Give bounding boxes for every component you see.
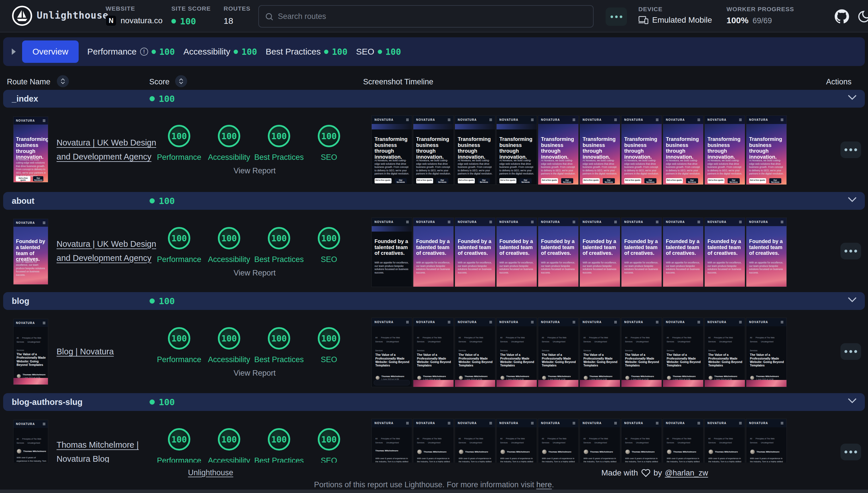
author-avatar xyxy=(542,376,546,380)
thumbnail-site-header: NOVATURA xyxy=(14,420,48,428)
thumbnail-post-title: The Value of a Professionally Made Websi… xyxy=(584,353,618,367)
nav-item: Uncategorised xyxy=(470,442,482,444)
route-row-blog[interactable]: blog100 xyxy=(3,292,865,310)
tab-overview[interactable]: Overview xyxy=(22,40,79,63)
dark-mode-moon-icon[interactable] xyxy=(857,10,868,23)
chevron-down-icon[interactable] xyxy=(848,398,857,405)
route-score-value: 100 xyxy=(159,296,175,306)
github-icon[interactable] xyxy=(835,9,849,23)
nav-item: All xyxy=(500,337,503,339)
timeline-thumbnail: NOVATURATransforming business through in… xyxy=(496,116,537,185)
thumbnail-post-title: The Value of a Professionally Made Websi… xyxy=(625,353,659,367)
nav-item: Services xyxy=(667,341,674,343)
metrics-block: 100Performance100Accessibility100Best Pr… xyxy=(154,125,355,175)
thumbnail-site-header: NOVATURA xyxy=(705,419,745,427)
thumbnail-site-header: NOVATURA xyxy=(455,419,495,427)
website-label: WEBSITE xyxy=(106,5,163,12)
thumbnail-paragraph: With an appetite for excellence, our tea… xyxy=(666,261,702,274)
timeline-thumbnail: NOVATURAAllPrinciples of The WebServices… xyxy=(413,318,453,387)
metric-seo: 100SEO xyxy=(304,428,354,465)
thumbnail-cta-secondary: Our Services xyxy=(395,178,407,184)
chevron-down-icon[interactable] xyxy=(848,94,857,101)
view-report-link[interactable]: View Report xyxy=(154,167,355,175)
thumbnail-nav-row: ServicesUncategorised xyxy=(17,341,46,343)
route-name: about xyxy=(12,196,150,206)
hamburger-menu-icon xyxy=(780,321,784,323)
nav-item: Principles of The Web xyxy=(506,437,525,440)
route-score: 100 xyxy=(150,196,175,206)
metric-score-ring: 100 xyxy=(218,125,240,147)
route-row-blog-authors-slug[interactable]: blog-authors-slug100 xyxy=(3,393,865,411)
author-avatar xyxy=(625,376,630,380)
route-actions-button[interactable] xyxy=(841,142,861,158)
route-detail-blog: NOVATURAAllPrinciples of The WebServices… xyxy=(0,310,868,393)
thumbnail-post-image xyxy=(496,380,537,387)
thumbnail-heading: Founded by a talented team of creatives. xyxy=(624,238,659,256)
route-actions-button[interactable] xyxy=(841,444,861,460)
timeline-thumbnail: NOVATURATransforming business through in… xyxy=(705,116,745,185)
thumbnail-site-header: NOVATURA xyxy=(746,116,786,124)
thumbnail-nav-row: AllPrinciples of The Web xyxy=(500,437,535,440)
column-route-name: Route Name xyxy=(7,78,50,86)
thumbnail-site-header: NOVATURA xyxy=(496,419,537,427)
metric-score-value: 100 xyxy=(321,334,337,343)
author-avatar xyxy=(750,376,754,380)
author-avatar xyxy=(417,449,422,454)
nav-item: Services xyxy=(708,442,716,444)
thumbnail-category-tag: Services xyxy=(459,349,466,351)
tab-accessibility[interactable]: Accessibility100 xyxy=(184,47,257,57)
thumbnail-cta-secondary: Our Services xyxy=(603,178,615,184)
sort-score-button[interactable] xyxy=(175,75,187,87)
thumbnail-heading: Founded by a talented team of creatives. xyxy=(500,238,534,256)
thumbnail-author-row: Thomas Mitchelmore1 June 2023 at 14:58 xyxy=(708,375,737,380)
thumbnail-category-tag: Services xyxy=(376,349,383,351)
metric-score-value: 100 xyxy=(271,131,287,141)
hamburger-menu-icon xyxy=(42,221,46,224)
thumbnail-brand: NOVATURA xyxy=(416,220,435,223)
nav-item: All xyxy=(667,337,669,339)
route-name: blog xyxy=(12,296,150,306)
nav-item: Principles of The Web xyxy=(22,438,41,440)
route-row-_index[interactable]: _index100 xyxy=(3,90,865,108)
author-name: Thomas Mitchelmore xyxy=(715,375,737,378)
hamburger-menu-icon xyxy=(42,322,46,324)
route-name: blog-authors-slug xyxy=(12,398,150,407)
metrics-block: 100Performance100Accessibility100Best Pr… xyxy=(154,227,355,278)
metric-score-value: 100 xyxy=(171,434,187,445)
thumbnail-nav-row: ServicesUncategorised xyxy=(17,442,46,444)
expand-caret-icon[interactable] xyxy=(12,48,16,55)
author-link[interactable]: @harlan_zw xyxy=(665,469,708,477)
tab-score-dot xyxy=(378,50,382,54)
thumbnail-nav: AllPrinciples of The WebServicesUncatego… xyxy=(17,337,46,343)
thumbnail-paragraph: At Novatura, we build cutting-edge web s… xyxy=(375,159,410,175)
hamburger-menu-icon xyxy=(531,119,534,121)
thumbnail-post-title: The Value of a Professionally Made Websi… xyxy=(417,353,451,367)
view-report-link[interactable]: View Report xyxy=(154,269,355,278)
nav-item: All xyxy=(459,337,461,339)
tab-best-practices[interactable]: Best Practices100 xyxy=(266,47,347,57)
thumbnail-paragraph: With an appetite for excellence, our tea… xyxy=(458,261,494,274)
thumbnail-cta-primary: Get a free quote xyxy=(541,178,558,184)
header-more-button[interactable] xyxy=(606,7,627,26)
search-input[interactable] xyxy=(259,6,593,27)
thumbnail-cta-primary: Get a free quote xyxy=(707,178,724,184)
tab-performance[interactable]: Performance!100 xyxy=(87,47,175,57)
here-link[interactable]: here xyxy=(536,480,552,489)
timeline-thumbnail: NOVATURAFounded by a talented team of cr… xyxy=(621,218,662,287)
thumbnail-heading: Transforming business through innovation… xyxy=(375,136,409,160)
route-actions-button[interactable] xyxy=(841,343,861,360)
sort-route-name-button[interactable] xyxy=(57,75,69,87)
route-row-about[interactable]: about100 xyxy=(3,192,865,210)
thumbnail-post-title: The Value of a Professionally Made Websi… xyxy=(542,353,576,367)
author-avatar xyxy=(667,376,671,380)
view-report-link[interactable]: View Report xyxy=(154,369,355,378)
chevron-down-icon[interactable] xyxy=(848,197,857,203)
screenshot-timeline: NOVATURAFounded by a talented team of cr… xyxy=(372,218,786,287)
author-avatar xyxy=(500,376,505,380)
horizontal-scrollbar[interactable] xyxy=(0,490,868,493)
tab-seo[interactable]: SEO100 xyxy=(356,47,401,57)
unlighthouse-footer-link[interactable]: Unlighthouse xyxy=(188,468,233,477)
route-actions-button[interactable] xyxy=(841,243,861,259)
thumbnail-brand: NOVATURA xyxy=(624,321,643,324)
chevron-down-icon[interactable] xyxy=(848,297,857,304)
